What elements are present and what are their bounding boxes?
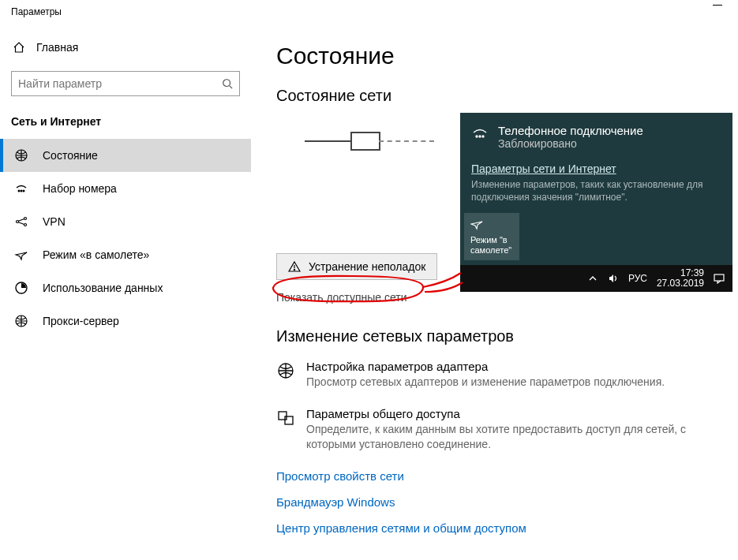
network-status-heading: Состояние сети: [276, 87, 738, 105]
nav-label: VPN: [43, 215, 66, 228]
warning-icon: [288, 260, 301, 273]
taskbar: РУС 17:39 27.03.2019: [460, 265, 732, 292]
svg-point-5: [17, 221, 19, 223]
category-header: Сеть и Интернет: [0, 110, 251, 139]
nav-airplane[interactable]: Режим «в самолете»: [0, 238, 251, 271]
network-flyout: Телефонное подключение Заблокировано Пар…: [460, 113, 732, 292]
svg-point-16: [482, 136, 484, 137]
svg-point-6: [24, 218, 27, 220]
svg-point-2: [18, 190, 20, 192]
connection-name: Телефонное подключение: [498, 124, 643, 137]
adapter-icon: [276, 361, 295, 380]
connection-status: Заблокировано: [498, 137, 643, 150]
flyout-settings-link[interactable]: Параметры сети и Интернет: [460, 158, 732, 177]
svg-point-15: [479, 136, 481, 137]
search-box[interactable]: [11, 71, 240, 96]
link-network-properties[interactable]: Просмотр свойств сети: [276, 469, 738, 483]
troubleshoot-button[interactable]: Устранение неполадок: [276, 253, 437, 280]
window-title: Параметры: [0, 0, 738, 24]
flyout-settings-desc: Изменение параметров, таких как установл…: [460, 177, 732, 213]
nav-label: Состояние: [43, 149, 98, 162]
link-sharing-center[interactable]: Центр управления сетями и общим доступом: [276, 521, 738, 535]
sharing-settings[interactable]: Параметры общего доступа Определите, к к…: [276, 407, 738, 452]
nav-vpn[interactable]: VPN: [0, 205, 251, 238]
vpn-icon: [14, 215, 28, 229]
home-label: Главная: [36, 41, 78, 54]
nav-dialup[interactable]: Набор номера: [0, 172, 251, 205]
svg-point-3: [21, 190, 22, 192]
home-icon: [13, 41, 25, 54]
tray-chevron-icon[interactable]: [587, 273, 598, 284]
show-networks-link[interactable]: Показать доступные сети: [276, 291, 738, 304]
search-icon: [222, 78, 233, 89]
page-title: Состояние: [276, 43, 738, 69]
airplane-tile-label: Режим "в самолете": [470, 235, 515, 256]
nav-label: Набор номера: [43, 182, 117, 195]
sidebar: Главная Сеть и Интернет Состояние Набор …: [0, 24, 251, 560]
proxy-icon: [14, 314, 28, 328]
dialup-icon: [14, 181, 28, 196]
flyout-connection[interactable]: Телефонное подключение Заблокировано: [460, 113, 732, 158]
sharing-icon: [276, 409, 295, 427]
adapter-desc: Просмотр сетевых адаптеров и изменение п…: [306, 375, 665, 390]
adapter-settings[interactable]: Настройка параметров адаптера Просмотр с…: [276, 360, 738, 390]
nav-label: Прокси-сервер: [43, 315, 119, 327]
home-nav[interactable]: Главная: [0, 35, 251, 60]
link-firewall[interactable]: Брандмауэр Windows: [276, 495, 738, 509]
tray-language[interactable]: РУС: [628, 273, 647, 284]
airplane-mode-tile[interactable]: Режим "в самолете": [464, 213, 519, 260]
nav-label: Использование данных: [43, 282, 163, 294]
minimize-button[interactable]: [713, 5, 722, 6]
nav-label: Режим «в самолете»: [43, 248, 149, 261]
svg-point-4: [23, 190, 24, 192]
svg-point-0: [223, 80, 230, 87]
svg-point-7: [24, 224, 27, 226]
airplane-icon: [470, 218, 483, 230]
nav-proxy[interactable]: Прокси-сервер: [0, 304, 251, 338]
nav-data-usage[interactable]: Использование данных: [0, 271, 251, 304]
sharing-title: Параметры общего доступа: [306, 407, 714, 420]
status-icon: [14, 148, 28, 162]
phone-connection-icon: [471, 125, 489, 143]
svg-rect-17: [714, 274, 724, 281]
search-input[interactable]: [18, 77, 222, 90]
troubleshoot-label: Устранение неполадок: [309, 260, 425, 273]
airplane-icon: [14, 248, 28, 262]
tray-clock[interactable]: 17:39 27.03.2019: [657, 268, 704, 289]
tray-date: 27.03.2019: [657, 278, 704, 289]
change-settings-heading: Изменение сетевых параметров: [276, 327, 738, 345]
sharing-desc: Определите, к каким данным вы хотите пре…: [306, 422, 714, 452]
volume-icon[interactable]: [608, 273, 619, 284]
nav-status[interactable]: Состояние: [0, 139, 251, 172]
adapter-title: Настройка параметров адаптера: [306, 360, 665, 373]
svg-point-14: [476, 136, 478, 137]
data-usage-icon: [14, 281, 28, 295]
action-center-icon[interactable]: [714, 273, 725, 284]
svg-point-10: [294, 269, 294, 270]
